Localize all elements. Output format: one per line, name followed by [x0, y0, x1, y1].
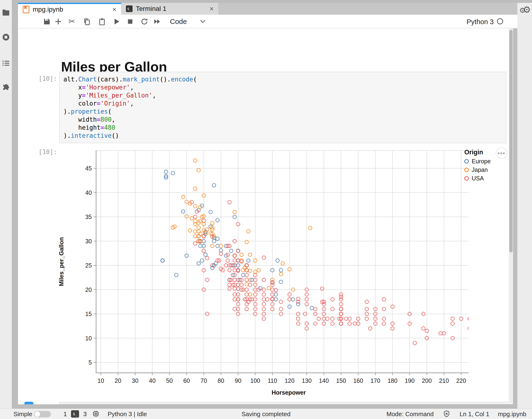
code-line[interactable]: ).interactive() [64, 132, 506, 140]
data-point-usa [296, 317, 300, 321]
paste-cells-icon[interactable] [98, 18, 106, 25]
close-tab-icon[interactable]: × [209, 5, 214, 13]
data-point-usa [228, 200, 231, 204]
x-tick-label: 20 [115, 377, 121, 384]
data-point-japan [211, 244, 214, 248]
tab-terminal[interactable]: $_ Terminal 1 × [122, 3, 219, 15]
data-point-usa [233, 254, 236, 258]
data-point-usa [262, 278, 266, 282]
legend-item-japan[interactable]: Japan [464, 166, 507, 173]
code-line[interactable]: alt.Chart(cars).mark_point().encode( [64, 75, 506, 83]
vertical-scrollbar[interactable] [509, 28, 513, 404]
data-point-europe [241, 274, 245, 277]
data-point-japan [248, 269, 252, 273]
restart-kernel-icon[interactable] [141, 18, 148, 25]
legend-item-usa[interactable]: USA [464, 175, 507, 182]
x-tick-label: 140 [319, 377, 329, 384]
data-point-usa [233, 268, 236, 272]
x-tick-label: 160 [353, 377, 363, 384]
code-line[interactable]: width=800, [64, 116, 506, 124]
x-tick-label: 210 [439, 377, 449, 384]
trust-shield-icon[interactable] [443, 410, 450, 417]
kernel-status-icon[interactable] [497, 18, 503, 24]
terminal-icon: $_ [126, 5, 132, 12]
data-point-usa [193, 242, 197, 245]
command-mode-indicator[interactable]: Mode: Command [387, 410, 434, 418]
scatter-plot-canvas[interactable]: 1020304050607080901001101201301401501601… [57, 149, 468, 399]
table-of-contents-icon[interactable] [2, 59, 10, 67]
y-tick-label: 30 [85, 238, 92, 245]
data-point-usa [245, 278, 248, 282]
data-point-usa [331, 307, 334, 311]
data-point-usa [353, 322, 357, 326]
extensions-icon[interactable] [2, 84, 10, 92]
data-point-europe [279, 268, 283, 272]
cell-type-dropdown[interactable]: Code [170, 17, 187, 26]
data-point-japan [281, 262, 285, 265]
data-point-usa [233, 293, 236, 296]
chevron-down-icon[interactable] [200, 19, 206, 24]
save-icon[interactable] [43, 18, 51, 25]
data-point-usa [226, 259, 230, 262]
data-point-usa [382, 307, 386, 311]
code-cell-prompt: [10]: [39, 75, 57, 82]
tab-notebook[interactable]: mpg.ipynb × [18, 3, 121, 15]
data-point-usa [313, 322, 317, 326]
legend-item-europe[interactable]: Europe [464, 158, 507, 165]
data-point-japan [182, 195, 185, 199]
scrollbar-thumb[interactable] [509, 30, 513, 252]
x-tick-label: 90 [235, 377, 241, 384]
code-line[interactable]: ).properties( [64, 107, 506, 116]
x-tick-label: 80 [218, 377, 224, 384]
running-kernels-icon[interactable] [2, 33, 10, 41]
x-tick-label: 100 [250, 377, 260, 384]
x-tick-label: 30 [132, 377, 138, 384]
y-axis-title: Miles_per_Gallon [58, 237, 65, 286]
data-point-japan [257, 268, 260, 272]
file-browser-icon[interactable] [2, 9, 10, 17]
chart-actions-menu-button[interactable]: ••• [496, 147, 507, 159]
close-tab-icon[interactable]: × [112, 5, 117, 13]
stop-kernel-icon[interactable] [126, 18, 134, 25]
code-line[interactable]: height=480 [64, 124, 506, 132]
data-point-usa [382, 322, 386, 326]
data-point-japan [248, 253, 252, 256]
cell-collapser[interactable] [24, 402, 33, 404]
copy-cells-icon[interactable] [83, 18, 91, 25]
cut-cells-icon[interactable]: ✂ [68, 18, 76, 25]
data-point-usa [451, 317, 454, 321]
y-tick-label: 20 [85, 287, 92, 293]
code-line[interactable]: x='Horsepower', [64, 83, 506, 91]
data-point-japan [240, 253, 243, 256]
code-cell[interactable]: alt.Chart(cars).mark_point().encode( x='… [59, 72, 506, 143]
property-inspector-gears-icon[interactable]: ⚙⚙ [519, 5, 531, 14]
kernel-name-label[interactable]: Python 3 [467, 18, 494, 26]
x-tick-label: 40 [149, 377, 156, 384]
data-point-japan [308, 226, 312, 230]
x-tick-label: 130 [302, 377, 312, 384]
data-point-usa [233, 298, 236, 301]
data-point-usa [228, 283, 231, 287]
data-point-usa [274, 288, 278, 292]
data-point-japan [233, 210, 236, 214]
data-point-europe [197, 262, 200, 265]
data-point-usa [365, 317, 368, 321]
cursor-position[interactable]: Ln 1, Col 1 [460, 410, 489, 418]
code-line[interactable]: y='Miles_per_Gallon', [64, 91, 506, 99]
horizontal-scrollbar[interactable] [59, 402, 513, 404]
legend-swatch-icon [464, 159, 469, 164]
data-point-japan [193, 230, 197, 233]
data-point-japan [211, 221, 214, 225]
data-point-usa [262, 317, 266, 321]
run-cell-icon[interactable] [113, 18, 120, 25]
add-cell-icon[interactable] [54, 18, 62, 25]
x-tick-label: 50 [166, 377, 173, 384]
data-point-usa [320, 287, 324, 290]
data-point-usa [382, 317, 386, 321]
data-point-europe [161, 259, 165, 262]
restart-run-all-icon[interactable] [153, 18, 161, 25]
data-point-usa [262, 298, 266, 301]
y-tick-label: 35 [85, 213, 92, 220]
data-point-japan [245, 283, 248, 286]
code-line[interactable]: color='Origin', [64, 99, 506, 107]
